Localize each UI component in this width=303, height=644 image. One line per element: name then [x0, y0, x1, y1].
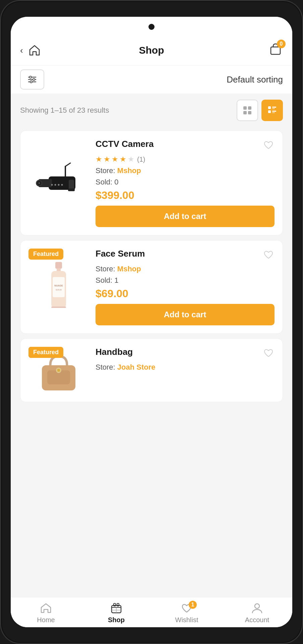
svg-rect-7 [243, 106, 247, 110]
nav-account-icon [251, 602, 263, 614]
home-icon[interactable] [28, 44, 41, 56]
results-bar: Showing 1–15 of 23 results [11, 94, 292, 127]
svg-rect-12 [272, 107, 276, 108]
filter-bar: Default sorting [11, 65, 292, 94]
cctv-image [32, 160, 85, 207]
sort-label[interactable]: Default sorting [227, 74, 283, 85]
svg-rect-13 [272, 108, 275, 109]
product-image-wrap-serum: Featured NUAGE SERUM [28, 249, 89, 325]
store-line-serum: Store: Mshop [96, 265, 275, 273]
nav-item-wishlist[interactable]: 1 Wishlist [152, 602, 222, 624]
nav-item-account[interactable]: Account [222, 602, 292, 624]
featured-badge-serum: Featured [28, 249, 63, 260]
svg-point-28 [58, 184, 60, 185]
list-icon [267, 105, 278, 116]
nav-item-home[interactable]: Home [11, 602, 81, 624]
svg-point-5 [33, 78, 35, 80]
store-name-cctv[interactable]: Mshop [117, 166, 141, 175]
wishlist-badge: 1 [189, 601, 197, 609]
product-name-serum: Face Serum [96, 249, 145, 259]
svg-rect-14 [268, 110, 271, 113]
wishlist-button-cctv[interactable] [262, 139, 275, 152]
nav-item-shop[interactable]: Shop [81, 602, 152, 624]
grid-icon [242, 105, 253, 116]
top-nav: ‹ Shop 0 [11, 37, 292, 65]
svg-rect-0 [271, 47, 280, 54]
filter-button[interactable] [20, 69, 44, 90]
cart-badge: 0 [277, 40, 286, 48]
store-label-serum: Store: [96, 265, 115, 273]
product-header-handbag: Handbag [96, 347, 275, 360]
review-count-cctv: (1) [137, 156, 145, 163]
svg-text:NUAGE: NUAGE [54, 284, 63, 287]
heart-icon-serum [262, 249, 275, 261]
results-count: Showing 1–15 of 23 results [20, 106, 109, 115]
svg-rect-11 [268, 106, 271, 109]
phone-screen: ‹ Shop 0 [11, 17, 292, 627]
product-info-cctv: CCTV Camera ★ ★ ★ ★ ★ [96, 139, 275, 227]
sold-line-cctv: Sold: 0 [96, 178, 275, 186]
product-header-serum: Face Serum [96, 249, 275, 262]
store-label-handbag: Store: [96, 363, 115, 371]
svg-point-29 [61, 184, 63, 185]
svg-rect-30 [55, 262, 62, 269]
products-list: CCTV Camera ★ ★ ★ ★ ★ [11, 127, 292, 597]
sold-line-serum: Sold: 1 [96, 276, 275, 285]
wishlist-button-serum[interactable] [262, 249, 275, 262]
product-info-handbag: Handbag Store: Joah Store [96, 347, 275, 394]
star-1: ★ [96, 155, 102, 164]
svg-rect-36 [51, 307, 66, 308]
nav-shop-label: Shop [108, 616, 125, 624]
star-5: ★ [128, 155, 134, 164]
view-toggle [237, 100, 283, 121]
filter-icon [27, 74, 37, 85]
svg-point-4 [29, 76, 32, 78]
product-card-cctv: CCTV Camera ★ ★ ★ ★ ★ [20, 130, 283, 235]
serum-image: NUAGE SERUM [45, 260, 72, 314]
camera-dot [148, 24, 155, 30]
page-title: Shop [139, 45, 164, 56]
svg-rect-25 [68, 189, 75, 191]
store-label-cctv: Store: [96, 166, 115, 175]
svg-rect-10 [248, 111, 251, 114]
svg-point-27 [55, 184, 56, 185]
store-line-cctv: Store: Mshop [96, 166, 275, 175]
product-name-cctv: CCTV Camera [96, 139, 154, 149]
svg-rect-9 [243, 111, 247, 114]
add-to-cart-serum[interactable]: Add to cart [96, 304, 275, 325]
product-name-handbag: Handbag [96, 347, 133, 357]
nav-home-icon [40, 602, 52, 614]
wishlist-button-handbag[interactable] [262, 347, 275, 360]
phone-frame: ‹ Shop 0 [0, 0, 303, 644]
nav-wishlist-label: Wishlist [175, 616, 198, 624]
bottom-nav: Home Shop 1 [11, 597, 292, 627]
nav-account-label: Account [245, 616, 269, 624]
product-card-serum: Featured NUAGE SERUM [20, 240, 283, 334]
grid-view-button[interactable] [237, 100, 258, 121]
sold-count-cctv: 0 [114, 178, 118, 186]
list-view-button[interactable] [261, 100, 283, 121]
nav-shop-icon [110, 602, 122, 614]
heart-icon-cctv [262, 139, 275, 151]
sold-label-serum: Sold: [96, 276, 112, 284]
svg-rect-24 [69, 180, 74, 190]
svg-rect-33 [53, 277, 65, 297]
svg-line-18 [65, 163, 70, 166]
product-price-cctv: $399.00 [96, 189, 275, 202]
star-3: ★ [112, 155, 118, 164]
svg-rect-40 [57, 369, 60, 372]
store-name-serum[interactable]: Mshop [117, 265, 141, 273]
back-button[interactable]: ‹ [20, 45, 23, 56]
sold-label-cctv: Sold: [96, 178, 112, 186]
nav-home-label: Home [37, 616, 55, 624]
add-to-cart-cctv[interactable]: Add to cart [96, 206, 275, 227]
product-header-cctv: CCTV Camera [96, 139, 275, 152]
store-name-handbag[interactable]: Joah Store [117, 363, 156, 371]
product-image-wrap-cctv [28, 139, 89, 227]
svg-rect-15 [272, 111, 276, 112]
svg-rect-16 [272, 112, 275, 113]
cart-button[interactable]: 0 [268, 42, 283, 58]
svg-text:SERUM: SERUM [56, 289, 62, 291]
product-rating-cctv: ★ ★ ★ ★ ★ (1) [96, 155, 275, 164]
star-2: ★ [104, 155, 110, 164]
